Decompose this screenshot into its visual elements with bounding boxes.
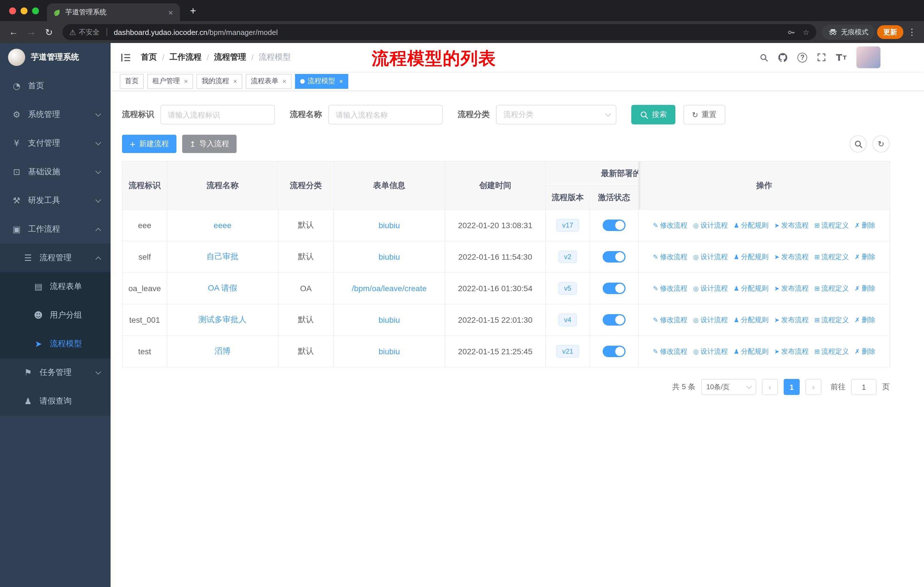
new-tab-button[interactable]: + (186, 3, 201, 18)
op-publish-link[interactable]: ➤发布流程 (774, 283, 808, 293)
category-select[interactable]: 流程分类 (496, 105, 616, 124)
op-edit-link[interactable]: ✎修改流程 (653, 315, 687, 325)
forward-button[interactable]: → (23, 24, 39, 40)
op-edit-link[interactable]: ✎修改流程 (653, 283, 687, 293)
font-size-icon[interactable]: TT (836, 52, 847, 63)
op-definition-link[interactable]: ⊞流程定义 (814, 220, 849, 230)
form-link[interactable]: biubiu (379, 315, 400, 324)
show-search-button[interactable] (850, 135, 867, 152)
tag-close-icon[interactable]: × (232, 78, 237, 84)
op-design-link[interactable]: ◎设计流程 (693, 220, 728, 230)
sidebar-item[interactable]: ☰流程管理 (0, 244, 111, 272)
op-definition-link[interactable]: ⊞流程定义 (814, 252, 849, 262)
menu-fold-button[interactable] (120, 51, 132, 63)
form-link[interactable]: biubiu (379, 347, 400, 356)
breadcrumb-item[interactable]: 流程管理 (214, 52, 246, 63)
search-icon[interactable] (760, 53, 769, 62)
op-publish-link[interactable]: ➤发布流程 (774, 347, 808, 356)
browser-menu-button[interactable]: ⋮ (906, 27, 918, 37)
op-delete-link[interactable]: ✗删除 (855, 283, 875, 293)
security-indicator[interactable]: ⚠ 不安全 (69, 27, 99, 37)
active-switch[interactable] (602, 314, 625, 326)
traffic-light-zoom[interactable] (32, 7, 39, 14)
process-key-input[interactable] (160, 105, 275, 124)
op-publish-link[interactable]: ➤发布流程 (774, 220, 808, 230)
active-switch[interactable] (602, 346, 625, 357)
active-switch[interactable] (602, 283, 625, 294)
sidebar-item[interactable]: ☻用户分组 (0, 301, 111, 330)
tab-close-icon[interactable]: × (167, 8, 174, 17)
sidebar-item[interactable]: ◔首页 (0, 72, 111, 100)
fullscreen-icon[interactable] (817, 53, 826, 62)
op-assign-link[interactable]: ♟分配规则 (734, 347, 769, 356)
op-delete-link[interactable]: ✗删除 (855, 315, 875, 325)
form-link[interactable]: biubiu (379, 221, 400, 230)
reset-button[interactable]: ↻ 重置 (683, 105, 725, 124)
help-icon[interactable]: ? (798, 53, 807, 62)
op-edit-link[interactable]: ✎修改流程 (653, 220, 687, 230)
breadcrumb-item[interactable]: 流程模型 (259, 52, 291, 63)
update-button[interactable]: 更新 (877, 25, 903, 39)
sidebar-item[interactable]: ▤流程表单 (0, 272, 111, 301)
op-delete-link[interactable]: ✗删除 (855, 252, 875, 262)
browser-tab[interactable]: 芋道管理系统 × (47, 3, 180, 21)
page-number-button[interactable]: 1 (784, 379, 800, 395)
op-design-link[interactable]: ◎设计流程 (693, 315, 728, 325)
prev-page-button[interactable]: ‹ (762, 379, 778, 395)
import-button[interactable]: ↥ 导入流程 (182, 135, 237, 153)
active-switch[interactable] (602, 251, 625, 263)
op-definition-link[interactable]: ⊞流程定义 (814, 315, 849, 325)
address-bar[interactable]: ⚠ 不安全 dashboard.yudao.iocoder.cn/bpm/man… (63, 24, 816, 40)
next-page-button[interactable]: › (805, 379, 822, 395)
tag-close-icon[interactable]: × (281, 78, 286, 84)
op-design-link[interactable]: ◎设计流程 (693, 283, 728, 293)
breadcrumb-item[interactable]: 首页 (141, 52, 157, 63)
tag[interactable]: 流程表单× (246, 74, 292, 89)
op-design-link[interactable]: ◎设计流程 (693, 347, 728, 356)
model-name-link[interactable]: eeee (214, 221, 231, 230)
traffic-light-close[interactable] (9, 7, 16, 14)
sidebar-item[interactable]: ▣工作流程 (0, 215, 111, 244)
sidebar-item[interactable]: ♟请假查询 (0, 387, 111, 416)
op-definition-link[interactable]: ⊞流程定义 (814, 347, 849, 356)
key-icon[interactable] (787, 28, 796, 36)
star-icon[interactable]: ☆ (803, 28, 809, 36)
model-name-link[interactable]: 自己审批 (206, 251, 239, 261)
tag[interactable]: 租户管理× (147, 74, 193, 89)
model-name-link[interactable]: 测试多审批人 (198, 315, 247, 324)
back-button[interactable]: ← (6, 24, 21, 40)
tag-close-icon[interactable]: × (338, 78, 343, 84)
github-icon[interactable] (778, 53, 788, 62)
sidebar-item[interactable]: ⚑任务管理 (0, 358, 111, 387)
op-assign-link[interactable]: ♟分配规则 (734, 252, 769, 262)
op-design-link[interactable]: ◎设计流程 (693, 252, 728, 262)
process-name-input[interactable] (328, 105, 443, 124)
op-assign-link[interactable]: ♟分配规则 (734, 220, 769, 230)
search-button[interactable]: 搜索 (631, 105, 675, 124)
model-name-link[interactable]: OA 请假 (208, 283, 238, 293)
breadcrumb-item[interactable]: 工作流程 (170, 52, 201, 63)
op-publish-link[interactable]: ➤发布流程 (774, 315, 808, 325)
op-edit-link[interactable]: ✎修改流程 (653, 347, 687, 356)
op-delete-link[interactable]: ✗删除 (855, 347, 875, 356)
form-link[interactable]: /bpm/oa/leave/create (352, 284, 427, 293)
sidebar-item[interactable]: ⊡基础设施 (0, 158, 111, 186)
tag[interactable]: 我的流程× (196, 74, 242, 89)
sidebar-item[interactable]: ⚒研发工具 (0, 186, 111, 215)
sidebar-item[interactable]: ➤流程模型 (0, 330, 111, 358)
create-button[interactable]: + 新建流程 (122, 135, 177, 153)
model-name-link[interactable]: 滔博 (214, 346, 231, 356)
op-edit-link[interactable]: ✎修改流程 (653, 252, 687, 262)
tag[interactable]: 流程模型× (295, 74, 348, 89)
goto-input[interactable] (851, 379, 876, 395)
op-assign-link[interactable]: ♟分配规则 (734, 283, 769, 293)
op-publish-link[interactable]: ➤发布流程 (774, 252, 808, 262)
tag[interactable]: 首页 (120, 74, 144, 89)
user-avatar[interactable] (856, 46, 881, 68)
op-assign-link[interactable]: ♟分配规则 (734, 315, 769, 325)
page-size-select[interactable]: 10条/页 (701, 379, 756, 395)
sidebar-item[interactable]: ¥支付管理 (0, 129, 111, 158)
tag-close-icon[interactable]: × (183, 78, 188, 84)
form-link[interactable]: biubiu (379, 252, 400, 261)
reload-button[interactable]: ↻ (41, 24, 57, 40)
